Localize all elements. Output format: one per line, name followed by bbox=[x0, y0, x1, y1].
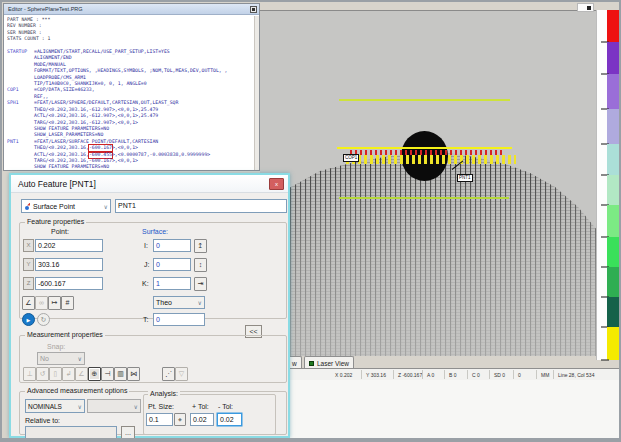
vector-flip-icon[interactable]: ↕ bbox=[194, 258, 207, 272]
find-icon[interactable]: ∞ bbox=[35, 296, 48, 310]
deviation-colorbar bbox=[596, 10, 621, 360]
z-value-field[interactable]: -600.167 bbox=[35, 277, 103, 290]
pnt1-flag[interactable]: PNT1 bbox=[457, 174, 473, 182]
redirect-icon[interactable]: ↲ bbox=[62, 367, 75, 381]
i-field[interactable]: 0 bbox=[153, 239, 191, 252]
status-field: Y 303.16 bbox=[366, 372, 386, 378]
rescan-icon[interactable]: ↺ bbox=[36, 367, 49, 381]
status-field: SD 0 bbox=[494, 372, 505, 378]
grid-icon[interactable]: # bbox=[61, 296, 74, 310]
status-field: Z -600.167 bbox=[398, 372, 422, 378]
app-window: COP1 PNT1 w Laser View X 0.202Y 303.16Z … bbox=[0, 0, 621, 442]
colorbar-band bbox=[607, 144, 621, 175]
dialog-title: Auto Feature [PNT1] bbox=[18, 179, 96, 189]
pt-size-field[interactable]: 0.1 bbox=[146, 413, 173, 426]
align-bottom-icon[interactable]: ⊣ bbox=[101, 367, 114, 381]
minus-tol-label: - Tol: bbox=[218, 403, 233, 410]
nominals-select[interactable]: NOMINALS ∨ bbox=[25, 399, 85, 413]
j-label: J: bbox=[144, 261, 149, 268]
edit-window-title-bar[interactable]: Editor - SpherePlaneTest.PRG bbox=[4, 4, 259, 15]
filter-icon[interactable]: ▽ bbox=[175, 367, 188, 381]
edit-window-button[interactable] bbox=[250, 6, 257, 13]
plus-tol-field[interactable]: 0.02 bbox=[190, 413, 214, 426]
view-controls[interactable] bbox=[577, 3, 594, 12]
surface-label: Surface: bbox=[142, 228, 168, 235]
pt-size-label: Pt. Size: bbox=[148, 403, 174, 410]
status-field: 0 bbox=[518, 372, 521, 378]
snap-select: No ∨ bbox=[37, 352, 85, 365]
view-window-icon[interactable]: ▯ bbox=[49, 367, 62, 381]
y-axis-button[interactable]: Y bbox=[23, 258, 34, 271]
minus-tol-field[interactable]: 0.02 bbox=[217, 413, 242, 426]
i-label: I: bbox=[144, 242, 148, 249]
colorbar-band bbox=[607, 267, 621, 297]
lower-panel bbox=[290, 380, 621, 442]
k-label: K: bbox=[142, 280, 149, 287]
surface-point-icon bbox=[24, 203, 31, 210]
status-field: X 0.202 bbox=[335, 372, 352, 378]
deviation-ticks-yellow bbox=[346, 155, 516, 164]
z-axis-button[interactable]: Z bbox=[23, 277, 34, 290]
colorbar-band bbox=[607, 205, 621, 237]
code-line: SHOW FEATURE PARAMETERS=NO bbox=[7, 164, 252, 170]
laser-view-canvas[interactable]: COP1 PNT1 bbox=[260, 10, 596, 356]
edit-window-scrollbar[interactable] bbox=[254, 16, 259, 170]
axes-icon[interactable]: ∠ bbox=[22, 296, 35, 310]
probe-zoom-icon[interactable]: ⌖ bbox=[174, 413, 186, 426]
chevron-down-icon: ∨ bbox=[198, 299, 202, 306]
lower-scan-line bbox=[339, 197, 509, 199]
vector-up-icon[interactable]: ↥ bbox=[194, 239, 207, 253]
relative-to-field[interactable] bbox=[25, 426, 117, 439]
colorbar-band bbox=[607, 297, 621, 327]
edit-window[interactable]: Editor - SpherePlaneTest.PRG PART NAME :… bbox=[3, 3, 260, 171]
secondary-select: ∨ bbox=[87, 399, 141, 413]
reset-button[interactable]: ↻ bbox=[37, 313, 50, 326]
chevron-down-icon: ∨ bbox=[104, 203, 108, 210]
x-value-field[interactable]: 0.202 bbox=[35, 239, 103, 252]
feature-properties-label: Feature properties bbox=[25, 218, 86, 225]
k-field[interactable]: 1 bbox=[153, 277, 191, 290]
snap-label: Snap: bbox=[47, 343, 65, 350]
chevron-down-icon: ∨ bbox=[134, 403, 138, 410]
y-value-field[interactable]: 303.16 bbox=[35, 258, 103, 271]
colorbar-band bbox=[607, 42, 621, 74]
point-cloud-dome bbox=[260, 11, 596, 356]
cop1-flag[interactable]: COP1 bbox=[343, 154, 359, 162]
laser-view-tab-icon bbox=[309, 361, 314, 366]
j-field[interactable]: 0 bbox=[153, 258, 191, 271]
colorbar-band bbox=[607, 237, 621, 267]
vector-align-icon[interactable]: ⇥ bbox=[194, 277, 207, 291]
browse-button[interactable]: ... bbox=[121, 426, 135, 439]
t-field[interactable]: 0 bbox=[153, 313, 205, 326]
feature-type-select[interactable]: Surface Point ∨ bbox=[21, 199, 111, 213]
probe-drop-icon[interactable]: ⊥ bbox=[23, 367, 36, 381]
colorbar-band bbox=[607, 74, 621, 109]
point-snap-icon[interactable]: ↦ bbox=[48, 296, 61, 310]
auto-feature-dialog: Auto Feature [PNT1] x Surface Point ∨ PN… bbox=[9, 173, 290, 438]
x-axis-button[interactable]: X bbox=[23, 239, 34, 252]
theo-mode-select[interactable]: Theo ∨ bbox=[153, 296, 205, 309]
spacing-icon[interactable]: ⋈ bbox=[127, 367, 140, 381]
colorbar-band bbox=[607, 10, 621, 42]
chart-icon[interactable]: ∠ bbox=[75, 367, 88, 381]
analysis-label: Analysis: bbox=[148, 390, 180, 397]
status-bar: X 0.202Y 303.16Z -600.167A 0B 0C 0SD 00M… bbox=[290, 369, 621, 380]
path-points-icon[interactable]: ⋰ bbox=[162, 367, 175, 381]
target-icon[interactable]: ⊕ bbox=[88, 367, 101, 381]
colorbar-band bbox=[607, 175, 621, 205]
status-field: B 0 bbox=[449, 372, 457, 378]
dialog-title-bar[interactable]: Auto Feature [PNT1] bbox=[11, 175, 288, 193]
status-field: A 0 bbox=[427, 372, 434, 378]
upper-scan-line bbox=[339, 99, 510, 101]
feature-name-input[interactable]: PNT1 bbox=[115, 199, 287, 213]
test-play-button[interactable]: ▶ bbox=[22, 313, 35, 326]
bright-yellow-line bbox=[337, 147, 512, 149]
status-field: Line 28, Col 534 bbox=[558, 372, 594, 378]
colorbar-band bbox=[607, 109, 621, 144]
chevron-down-icon: ∨ bbox=[78, 355, 82, 362]
program-code[interactable]: PART NAME : ***REV NUMBER :SER NUMBER :S… bbox=[7, 17, 252, 170]
close-icon[interactable]: x bbox=[269, 178, 284, 190]
offset-icon[interactable]: ▥ bbox=[114, 367, 127, 381]
chevron-down-icon: ∨ bbox=[78, 403, 82, 410]
status-field: MM bbox=[541, 372, 549, 378]
